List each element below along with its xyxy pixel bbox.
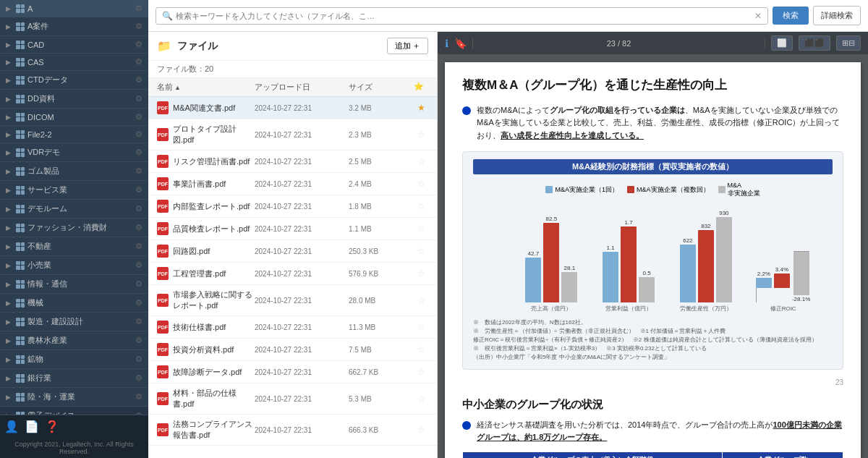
gear-icon-17[interactable]: ⚙ xyxy=(135,317,142,326)
gear-icon-5[interactable]: ⚙ xyxy=(135,94,142,103)
chart-legend: M&A実施企業（1回） M&A実施企業（複数回） M&A非実施企業 xyxy=(473,182,833,198)
file-star-8[interactable]: ☆ xyxy=(414,295,428,305)
gear-icon-12[interactable]: ⚙ xyxy=(135,223,142,232)
table-row[interactable]: PDF 投資分析資料.pdf 2024-10-27 22:31 7.5 MB ☆ xyxy=(148,339,437,361)
toolbar-separator2 xyxy=(765,38,765,49)
sidebar-item-22[interactable]: ▶ 電子デバイス ⚙ xyxy=(0,407,148,415)
file-date-2: 2024-10-27 22:31 xyxy=(255,158,349,166)
gear-icon-15[interactable]: ⚙ xyxy=(135,279,142,289)
sidebar-item-7[interactable]: ▶ File2-2 ⚙ xyxy=(0,126,148,143)
sidebar-item-6[interactable]: ▶ DICOM ⚙ xyxy=(0,109,148,126)
table-row[interactable]: PDF 内部監査レポート.pdf 2024-10-27 22:31 1.8 MB… xyxy=(148,195,437,218)
bar-rect-eigyo-1 xyxy=(603,252,618,302)
file-star-5[interactable]: ☆ xyxy=(414,224,428,234)
gear-icon-21[interactable]: ⚙ xyxy=(135,392,142,402)
sidebar-item-11[interactable]: ▶ デモルーム ⚙ xyxy=(0,200,148,219)
sidebar-item-18[interactable]: ▶ 農林水産業 ⚙ xyxy=(0,331,148,350)
gear-icon-14[interactable]: ⚙ xyxy=(135,260,142,270)
file-star-13[interactable]: ☆ xyxy=(414,425,428,435)
view-double-btn[interactable]: ⬛⬛ xyxy=(799,35,830,51)
gear-icon-4[interactable]: ⚙ xyxy=(135,75,142,85)
gear-icon-19[interactable]: ⚙ xyxy=(135,355,142,364)
sidebar-item-4[interactable]: ▶ CTDデータ ⚙ xyxy=(0,71,148,90)
file-star-4[interactable]: ☆ xyxy=(414,201,428,211)
doc-page-title: 複数M＆A（グループ化）を通じた生産性の向上 xyxy=(462,77,843,94)
gear-icon-10[interactable]: ⚙ xyxy=(135,185,142,195)
pdf-icon-1: PDF xyxy=(157,128,169,141)
sidebar-item-5[interactable]: ▶ DD資料 ⚙ xyxy=(0,90,148,109)
sidebar-item-14[interactable]: ▶ 小売業 ⚙ xyxy=(0,256,148,275)
sidebar-item-20[interactable]: ▶ 銀行業 ⚙ xyxy=(0,369,148,388)
sidebar-item-10[interactable]: ▶ サービス業 ⚙ xyxy=(0,181,148,200)
sidebar-item-2[interactable]: ▶ CAD ⚙ xyxy=(0,36,148,54)
sidebar-item-9[interactable]: ▶ ゴム製品 ⚙ xyxy=(0,162,148,181)
question-icon[interactable]: ❓ xyxy=(45,420,59,433)
table-row[interactable]: PDF M&A関連文書.pdf 2024-10-27 22:31 3.2 MB … xyxy=(148,97,437,119)
view-grid-btn[interactable]: ⊞⊟ xyxy=(836,35,861,51)
sidebar-item-0[interactable]: ▶ A ⚙ xyxy=(0,0,148,17)
chart-group-roic: 2.2% 3.4% xyxy=(748,216,818,313)
gear-icon-2[interactable]: ⚙ xyxy=(135,40,142,49)
table-row[interactable]: PDF 法務コンプライアンス報告書.pdf 2024-10-27 22:31 6… xyxy=(148,415,437,446)
file-panel: 📁 ファイル 追加 ＋ ファイル数：20 名前 ▲ アップロード日 サイズ ⭐ xyxy=(148,32,438,458)
search-input[interactable] xyxy=(176,12,754,20)
sidebar-item-13[interactable]: ▶ 不動産 ⚙ xyxy=(0,237,148,256)
table-row[interactable]: PDF 品質検査レポート.pdf 2024-10-27 22:31 1.1 MB… xyxy=(148,218,437,240)
view-single-btn[interactable]: ⬜ xyxy=(771,35,793,51)
sidebar-item-19[interactable]: ▶ 鉱物 ⚙ xyxy=(0,350,148,369)
gear-icon-0[interactable]: ⚙ xyxy=(135,4,142,13)
file-star-6[interactable]: ☆ xyxy=(414,246,428,256)
gear-icon-11[interactable]: ⚙ xyxy=(135,204,142,213)
document-icon[interactable]: 📄 xyxy=(25,420,39,433)
page-number: 23 xyxy=(462,378,843,386)
sidebar-item-21[interactable]: ▶ 陸・海・運業 ⚙ xyxy=(0,388,148,407)
gear-icon-1[interactable]: ⚙ xyxy=(135,22,142,31)
search-clear-icon[interactable]: ✕ xyxy=(754,11,762,21)
file-star-11[interactable]: ☆ xyxy=(414,367,428,377)
gear-icon-20[interactable]: ⚙ xyxy=(135,373,142,383)
gear-icon-7[interactable]: ⚙ xyxy=(135,130,142,139)
file-star-3[interactable]: ☆ xyxy=(414,179,428,189)
sidebar-item-12[interactable]: ▶ ファッション・消費財 ⚙ xyxy=(0,219,148,237)
file-star-10[interactable]: ☆ xyxy=(414,344,428,355)
chart-title: M&A経験別の財務指標（買収実施者の数値） xyxy=(473,159,833,174)
sidebar-item-3[interactable]: ▶ CAS ⚙ xyxy=(0,54,148,71)
sidebar-item-16[interactable]: ▶ 機械 ⚙ xyxy=(0,294,148,313)
gear-icon-13[interactable]: ⚙ xyxy=(135,242,142,251)
add-button[interactable]: 追加 ＋ xyxy=(387,38,428,54)
table-row[interactable]: PDF プロトタイプ設計図.pdf 2024-10-27 22:31 2.3 M… xyxy=(148,119,437,150)
gear-icon-16[interactable]: ⚙ xyxy=(135,298,142,308)
user-icon[interactable]: 👤 xyxy=(4,420,19,433)
table-row[interactable]: PDF 回路図.pdf 2024-10-27 22:31 250.3 KB ☆ xyxy=(148,240,437,263)
sidebar-label-9: ゴム製品 xyxy=(27,166,132,177)
sidebar-item-8[interactable]: ▶ VDRデモ ⚙ xyxy=(0,143,148,162)
bookmark-icon[interactable]: 🔖 xyxy=(454,38,467,49)
file-star-7[interactable]: ☆ xyxy=(414,268,428,279)
gear-icon-3[interactable]: ⚙ xyxy=(135,57,142,67)
arrow-icon-7: ▶ xyxy=(6,131,13,138)
table-row[interactable]: PDF リスク管理計画書.pdf 2024-10-27 22:31 2.5 MB… xyxy=(148,150,437,173)
file-star-12[interactable]: ☆ xyxy=(414,394,428,404)
file-star-1[interactable]: ☆ xyxy=(414,130,428,140)
gear-icon-9[interactable]: ⚙ xyxy=(135,166,142,176)
search-button[interactable]: 検索 xyxy=(773,7,809,25)
file-star-9[interactable]: ☆ xyxy=(414,322,428,332)
sidebar-item-1[interactable]: ▶ A案件 ⚙ xyxy=(0,17,148,36)
sidebar-item-17[interactable]: ▶ 製造・建設設計 ⚙ xyxy=(0,313,148,331)
gear-icon-6[interactable]: ⚙ xyxy=(135,112,142,122)
info-icon[interactable]: ℹ xyxy=(445,38,448,49)
doc-content[interactable]: 複数M＆A（グループ化）を通じた生産性の向上 複数のM&Aによってグループ化の取… xyxy=(438,55,868,458)
table-row[interactable]: PDF 材料・部品の仕様書.pdf 2024-10-27 22:31 5.3 M… xyxy=(148,383,437,415)
sidebar-item-15[interactable]: ▶ 情報・通信 ⚙ xyxy=(0,275,148,294)
table-row[interactable]: PDF 故障診断データ.pdf 2024-10-27 22:31 662.7 K… xyxy=(148,361,437,383)
table-row[interactable]: PDF 技術仕様書.pdf 2024-10-27 22:31 11.3 MB ☆ xyxy=(148,316,437,339)
file-name-9: 技術仕様書.pdf xyxy=(173,322,226,333)
gear-icon-8[interactable]: ⚙ xyxy=(135,148,142,157)
file-star-2[interactable]: ☆ xyxy=(414,156,428,166)
table-row[interactable]: PDF 市場参入戦略に関するレポート.pdf 2024-10-27 22:31 … xyxy=(148,285,437,316)
detail-search-button[interactable]: 詳細検索 xyxy=(813,6,861,25)
table-row[interactable]: PDF 工程管理書.pdf 2024-10-27 22:31 576.9 KB … xyxy=(148,263,437,285)
gear-icon-18[interactable]: ⚙ xyxy=(135,336,142,345)
file-star-0[interactable]: ★ xyxy=(414,103,428,113)
table-row[interactable]: PDF 事業計画書.pdf 2024-10-27 22:31 2.4 MB ☆ xyxy=(148,173,437,195)
